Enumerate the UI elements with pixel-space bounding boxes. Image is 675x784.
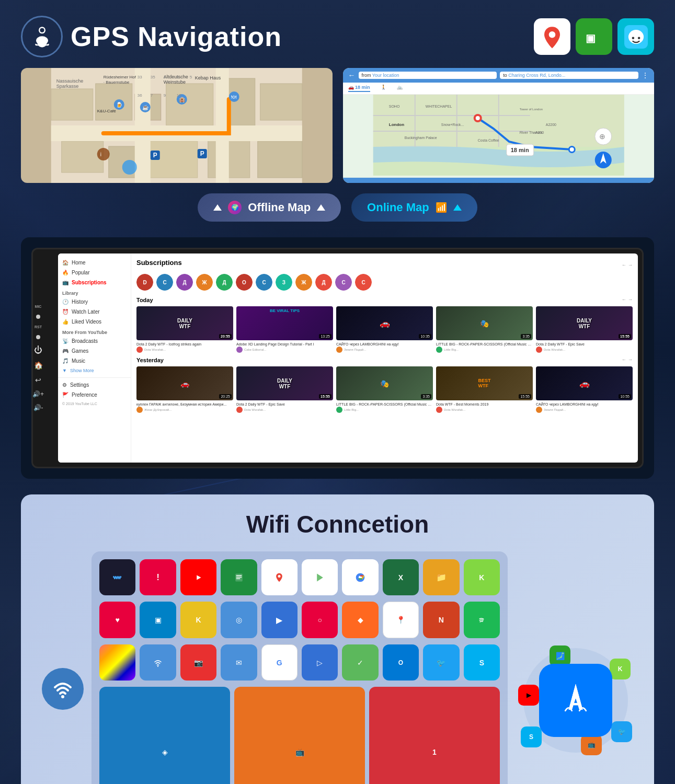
app-play-store[interactable]	[302, 559, 338, 595]
avatar-9[interactable]: Ж	[295, 274, 312, 291]
sidebar-home[interactable]: 🏠 Home	[58, 258, 131, 268]
appstore-bg-circle: 🗾 K 🐦 📺 S ▶	[523, 648, 628, 753]
app-red-circle[interactable]: ○	[302, 602, 338, 638]
vol-down-button[interactable]: 🔊-	[33, 404, 43, 411]
rst-indicator	[36, 335, 40, 339]
map-buttons: 🌍 Offline Map Online Map 📶	[21, 193, 654, 222]
app-google-maps[interactable]	[261, 559, 298, 595]
yesterday-next[interactable]: →	[628, 357, 633, 363]
sidebar-popular[interactable]: 🔥 Popular	[58, 268, 131, 278]
video-yesterday-4[interactable]: BESTWTF 15:55 Dota WTF - Best Moments 20…	[436, 366, 533, 413]
app-camera[interactable]: 📷	[180, 644, 216, 681]
sidebar-games[interactable]: 🎮 Games	[58, 346, 131, 356]
video-yesterday-3[interactable]: 🎭 3:35 LITTLE BIG - ROCK-PAPER-SCISSORS …	[336, 366, 433, 413]
app-waveform[interactable]	[99, 559, 135, 595]
app-outlook[interactable]: O	[383, 644, 419, 681]
app-1password[interactable]: 1	[369, 687, 500, 784]
avatar-2[interactable]: C	[156, 274, 173, 291]
app-google2[interactable]: G	[261, 644, 298, 681]
sidebar-broadcasts[interactable]: 📡 Broadcasts	[58, 336, 131, 346]
app-tv[interactable]: 📺	[234, 687, 365, 784]
video-today-4[interactable]: 🎭 3:35 LITTLE BIG - ROCK-PAPER-SCISSORS …	[436, 306, 533, 353]
avatar-1[interactable]: D	[136, 274, 153, 291]
app-skype[interactable]: S	[464, 644, 500, 681]
home-button[interactable]: 🏠	[34, 361, 43, 370]
sidebar-preference[interactable]: 🚩 Preference	[58, 390, 131, 400]
avatar-3[interactable]: Д	[176, 274, 193, 291]
app-nav-maps[interactable]: ◎	[221, 602, 257, 638]
app-iheartradio[interactable]: ♥	[99, 602, 135, 638]
surr-app-4: 📺	[581, 734, 602, 755]
app-kboard[interactable]: K	[180, 602, 216, 638]
next-arrow[interactable]: →	[628, 262, 633, 268]
vol-up-button[interactable]: 🔊+	[32, 390, 44, 398]
sidebar-music[interactable]: 🎵 Music	[58, 356, 131, 366]
here-maps-icon[interactable]: ▣	[576, 18, 612, 55]
google-maps-icon[interactable]	[534, 18, 570, 55]
sidebar-settings[interactable]: ⚙ Settings	[58, 380, 131, 390]
app-photos[interactable]	[99, 644, 135, 681]
sidebar-subscriptions[interactable]: 📺 Subscriptions	[58, 278, 131, 287]
avatar-7[interactable]: C	[256, 274, 272, 291]
video-today-3[interactable]: 🚗 10:35 САЙГО через LAMBORGHINI на иду! …	[336, 306, 433, 353]
remaining-time: 17 min remaining	[348, 182, 395, 183]
app-sheets[interactable]	[221, 559, 257, 595]
svg-text:A2200: A2200	[545, 123, 556, 126]
svg-point-54	[97, 148, 110, 160]
video-yesterday-1[interactable]: 🚗 20:25 куплен ГАРАЖ антилоне, Безумная …	[136, 366, 233, 413]
app-orange[interactable]: ◆	[342, 602, 378, 638]
offline-map-button[interactable]: 🌍 Offline Map	[198, 193, 341, 222]
prev-arrow[interactable]: ←	[622, 262, 626, 268]
video-yesterday-2[interactable]: DAILYWTF 15:55 Dota 2 Daily WTF - Epic S…	[236, 366, 333, 413]
app-box[interactable]: ▣	[140, 602, 176, 638]
yesterday-prev[interactable]: ←	[622, 357, 626, 363]
avatar-5[interactable]: Д	[216, 274, 233, 291]
svg-text:🍺: 🍺	[116, 101, 123, 108]
app-youtube[interactable]	[180, 559, 216, 595]
video-today-1[interactable]: DAILYWTF 20:55 Dota 2 Daily WTF - Icefro…	[136, 306, 233, 353]
app-excel[interactable]: X	[383, 559, 419, 595]
app-spotify[interactable]	[464, 602, 500, 638]
sidebar-watch-later[interactable]: ⏰ Watch Later	[58, 307, 131, 317]
avatar-12[interactable]: С	[355, 274, 372, 291]
app-wifi-settings[interactable]	[140, 644, 176, 681]
power-button[interactable]: ⏻	[34, 345, 42, 355]
avatar-8[interactable]: З	[276, 274, 292, 291]
today-prev[interactable]: ←	[622, 297, 626, 303]
app-shazam[interactable]: ◈	[99, 687, 230, 784]
avatar-11[interactable]: С	[335, 274, 352, 291]
appstore-icon[interactable]	[539, 664, 612, 737]
avatar-10[interactable]: Д	[315, 274, 332, 291]
app-chrome[interactable]	[342, 559, 378, 595]
video-yesterday-5[interactable]: 🚗 10:55 САЙГО через LAMBORGHINI на иду! …	[536, 366, 633, 413]
app-office[interactable]: N	[423, 602, 459, 638]
svg-rect-88	[236, 575, 242, 576]
sidebar-liked[interactable]: 👍 Liked Videos	[58, 317, 131, 327]
app-mail[interactable]: ✉	[221, 644, 257, 681]
app-google-maps2[interactable]: 📍	[383, 602, 419, 638]
avatar-6[interactable]: О	[236, 274, 253, 291]
back-button[interactable]: ↩	[35, 376, 41, 384]
surr-app-3: 🐦	[611, 721, 632, 742]
today-next[interactable]: →	[628, 297, 633, 303]
app-notification[interactable]: !	[140, 559, 176, 595]
video-today-5[interactable]: DAILYWTF 15:55 Dota 2 Daily WTF - Epic S…	[536, 306, 633, 353]
video-today-2[interactable]: BE VIRAL TIPS 13:25 Adobe XD Landing Pag…	[236, 306, 333, 353]
sidebar-history[interactable]: 🕐 History	[58, 297, 131, 307]
sidebar-show-more[interactable]: ▼ Show More	[58, 366, 131, 375]
avatar-4[interactable]: Ж	[196, 274, 213, 291]
maps-display: Nassauische Sparkasse Rüdesheimer Hof · …	[21, 68, 654, 183]
app-check[interactable]: ✓	[342, 644, 378, 681]
svg-point-2	[40, 28, 44, 32]
svg-text:Rüdesheimer Hof: Rüdesheimer Hof	[104, 75, 136, 79]
app-files[interactable]: 📁	[423, 559, 459, 595]
waze-icon[interactable]	[617, 18, 654, 55]
offline-map-svg: Nassauische Sparkasse Rüdesheimer Hof · …	[21, 68, 333, 183]
svg-point-3	[549, 31, 556, 38]
app-play2[interactable]: ▶	[261, 602, 298, 638]
preference-icon: 🚩	[62, 392, 68, 398]
app-twitter[interactable]: 🐦	[423, 644, 459, 681]
app-kik[interactable]: K	[464, 559, 500, 595]
app-store-app[interactable]: ▷	[302, 644, 338, 681]
online-map-button[interactable]: Online Map 📶	[351, 193, 477, 222]
